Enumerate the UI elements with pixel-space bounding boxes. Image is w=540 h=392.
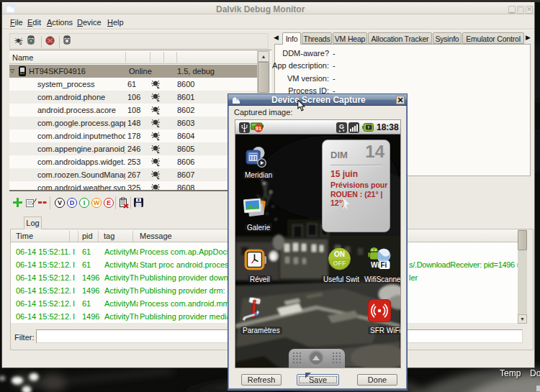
svg-text:91: 91 — [256, 125, 261, 132]
svg-text:Wi: Wi — [371, 261, 379, 269]
svg-text:G: G — [339, 123, 344, 130]
svg-text:Fi: Fi — [381, 261, 387, 269]
svg-text:OFF: OFF — [333, 260, 346, 267]
svg-text:ON: ON — [334, 250, 345, 258]
